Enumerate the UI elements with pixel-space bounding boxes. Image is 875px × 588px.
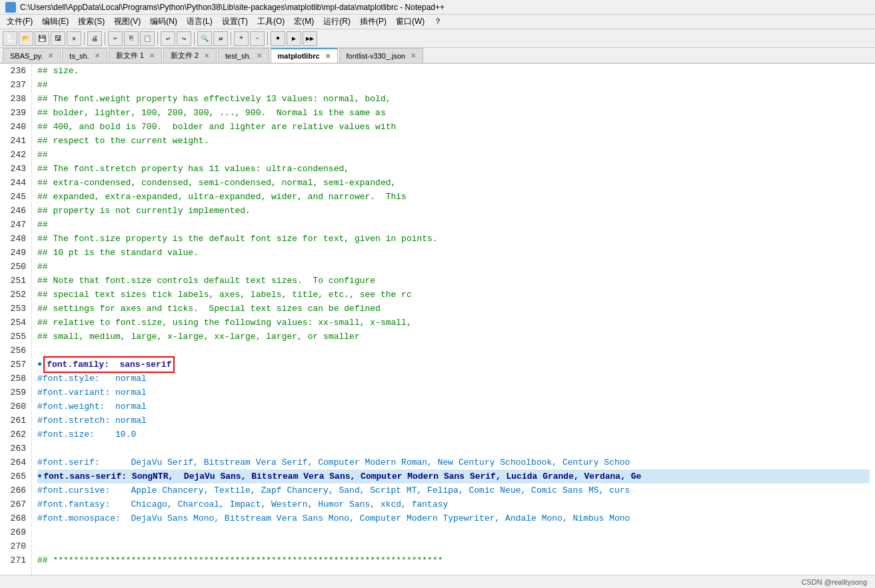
line-num: 256: [5, 344, 26, 358]
disabled-setting: #font.serif: DejaVu Serif, Bitstream Ver…: [37, 455, 630, 469]
tab-matplotlibrc-label: matplotlibrc: [278, 52, 320, 60]
code-line: #font.serif: DejaVu Serif, Bitstream Ver…: [37, 455, 870, 469]
save-btn[interactable]: 💾: [35, 31, 49, 46]
tab-testsh-close[interactable]: ✕: [257, 52, 262, 59]
tab-testsh-label: test_sh.: [225, 52, 251, 60]
tab-fontlist-label: fontlist-v330_.json: [347, 52, 406, 60]
find-btn[interactable]: 🔍: [197, 31, 212, 46]
macro-rec-btn[interactable]: ●: [271, 31, 285, 46]
tab-newfile2-label: 新文件 2: [171, 51, 199, 61]
menu-edit[interactable]: 编辑(E): [38, 15, 73, 29]
redo-btn[interactable]: ↪: [177, 31, 191, 46]
macro-play-btn[interactable]: ▶: [287, 31, 301, 46]
menu-encode[interactable]: 编码(N): [146, 15, 181, 29]
disabled-setting: #font.monospace: DejaVu Sans Mono, Bitst…: [37, 511, 630, 525]
menu-search[interactable]: 搜索(S): [74, 15, 109, 29]
tab-matplotlibrc-close[interactable]: ✕: [325, 53, 331, 60]
tab-ts[interactable]: ts_sh. ✕: [62, 48, 107, 63]
copy-btn[interactable]: ⎘: [124, 31, 139, 46]
tab-newfile2[interactable]: 新文件 2 ✕: [163, 48, 217, 63]
line-num: 240: [5, 120, 26, 134]
tab-sbas[interactable]: SBAS_py. ✕: [3, 48, 61, 63]
code-line: ## relative to font.size, using the foll…: [37, 316, 870, 330]
line-num: 264: [5, 455, 26, 469]
tab-testsh[interactable]: test_sh. ✕: [218, 48, 269, 63]
line-num: 248: [5, 232, 26, 246]
line-num: 270: [5, 539, 26, 553]
line-num: 254: [5, 316, 26, 330]
tab-ts-close[interactable]: ✕: [95, 52, 100, 59]
tab-matplotlibrc[interactable]: matplotlibrc ✕: [271, 48, 338, 63]
line-num: 268: [5, 511, 26, 525]
line-num: 250: [5, 260, 26, 274]
toolbar: 📄 📂 💾 🖫 ✕ 🖨 ✂ ⎘ 📋 ↩ ↪ 🔍 ⇄ + - ● ▶ ▶▶: [0, 29, 875, 48]
code-line: #font.cursive: Apple Chancery, Textile, …: [37, 483, 870, 497]
comment-text: ## bolder, lighter, 100, 200, 300, ..., …: [37, 106, 386, 120]
line-num: 262: [5, 428, 26, 441]
line-num: 261: [5, 414, 26, 428]
menu-file[interactable]: 文件(F): [3, 15, 37, 29]
code-line: ##: [37, 148, 870, 162]
code-line: [37, 539, 870, 553]
comment-text: ## special text sizes tick labels, axes,…: [37, 288, 412, 302]
line-num: 238: [5, 92, 26, 106]
comment-text: ## extra-condensed, condensed, semi-cond…: [37, 176, 396, 190]
code-line: [37, 441, 870, 455]
paste-btn[interactable]: 📋: [140, 31, 155, 46]
line-num: 271: [5, 553, 26, 567]
tab-fontlist-close[interactable]: ✕: [411, 52, 416, 59]
comment-text: ##: [37, 148, 48, 162]
menu-help[interactable]: ？: [430, 15, 446, 29]
zoom-in-btn[interactable]: +: [234, 31, 249, 46]
tab-sbas-label: SBAS_py.: [10, 52, 43, 60]
menu-view[interactable]: 视图(V): [110, 15, 145, 29]
comment-text: ## settings for axes and ticks. Special …: [37, 302, 381, 316]
menu-settings[interactable]: 设置(T): [218, 15, 252, 29]
print-btn[interactable]: 🖨: [87, 31, 102, 46]
code-line: #font.stretch: normal: [37, 414, 870, 428]
title-text: C:\Users\dell\AppData\Local\Programs\Pyt…: [20, 3, 444, 12]
tab-newfile1[interactable]: 新文件 1 ✕: [109, 48, 162, 63]
menu-run[interactable]: 运行(R): [319, 15, 355, 29]
code-line: ## special text sizes tick labels, axes,…: [37, 288, 870, 302]
code-line: ## Note that font.size controls default …: [37, 274, 870, 288]
disabled-setting: #font.cursive: Apple Chancery, Textile, …: [37, 483, 630, 497]
zoom-out-btn[interactable]: -: [250, 31, 265, 46]
menu-macro[interactable]: 宏(M): [290, 15, 318, 29]
code-line: ●font.family: sans-serif: [37, 358, 870, 372]
save-all-btn[interactable]: 🖫: [51, 31, 65, 46]
replace-btn[interactable]: ⇄: [213, 31, 228, 46]
comment-text: ## relative to font.size, using the foll…: [37, 316, 412, 330]
close-btn[interactable]: ✕: [67, 31, 81, 46]
code-line: ##: [37, 260, 870, 274]
code-line: [37, 344, 870, 358]
code-line: ## The font.size property is the default…: [37, 232, 870, 246]
disabled-setting: #font.fantasy: Chicago, Charcoal, Impact…: [37, 497, 448, 511]
comment-text: ##: [37, 260, 48, 274]
code-line: #font.monospace: DejaVu Sans Mono, Bitst…: [37, 511, 870, 525]
undo-btn[interactable]: ↩: [161, 31, 175, 46]
tab-newfile2-close[interactable]: ✕: [204, 52, 209, 59]
code-line: ##: [37, 218, 870, 232]
sep6: [267, 32, 268, 45]
line-num: 265: [5, 469, 26, 483]
sep5: [231, 32, 231, 45]
code-line: ## The font.weight property has effectiv…: [37, 92, 870, 106]
tab-sbas-close[interactable]: ✕: [48, 52, 53, 59]
code-line: #font.fantasy: Chicago, Charcoal, Impact…: [37, 497, 870, 511]
menu-plugin[interactable]: 插件(P): [356, 15, 391, 29]
open-btn[interactable]: 📂: [19, 31, 33, 46]
comment-text: ## property is not currently implemented…: [37, 204, 251, 218]
cut-btn[interactable]: ✂: [108, 31, 123, 46]
tab-newfile1-close[interactable]: ✕: [149, 52, 155, 59]
menu-language[interactable]: 语言(L): [183, 15, 217, 29]
tab-newfile1-label: 新文件 1: [116, 51, 144, 61]
menu-tools[interactable]: 工具(O): [253, 15, 289, 29]
code-content[interactable]: ## size.#### The font.weight property ha…: [32, 64, 875, 575]
macro-run-btn[interactable]: ▶▶: [303, 31, 317, 46]
line-num: 245: [5, 190, 26, 204]
tab-fontlist[interactable]: fontlist-v330_.json ✕: [339, 48, 424, 63]
new-file-btn[interactable]: 📄: [3, 31, 17, 46]
menu-window[interactable]: 窗口(W): [392, 15, 429, 29]
line-num: 267: [5, 497, 26, 511]
